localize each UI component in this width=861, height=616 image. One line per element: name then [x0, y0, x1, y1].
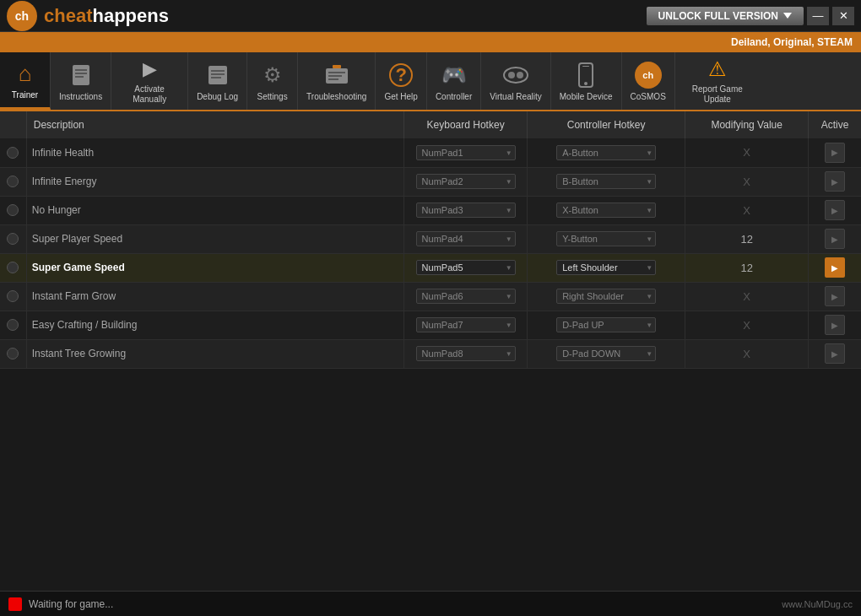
minimize-button[interactable]: — — [807, 7, 829, 25]
nav-help-label: Get Help — [384, 92, 417, 101]
nav-vr-label: Virtual Reality — [490, 92, 542, 101]
nav-trainer[interactable]: ⌂ Trainer — [0, 52, 51, 110]
indicator-circle — [7, 233, 19, 245]
activate-button[interactable] — [825, 343, 845, 364]
row-indicator — [0, 196, 26, 224]
controller-select[interactable]: A-ButtonB-ButtonX-ButtonY-ButtonLeft Sho… — [556, 231, 656, 246]
row-modifying-value: 12 — [685, 224, 809, 253]
row-keyboard-hotkey[interactable]: NumPad1NumPad2NumPad3NumPad4NumPad5NumPa… — [404, 224, 528, 253]
row-controller-hotkey[interactable]: A-ButtonB-ButtonX-ButtonY-ButtonLeft Sho… — [527, 196, 685, 224]
nav-settings[interactable]: ⚙ Settings — [247, 52, 298, 110]
row-controller-hotkey[interactable]: A-ButtonB-ButtonX-ButtonY-ButtonLeft Sho… — [527, 311, 685, 339]
nav-cosmos[interactable]: ch CoSMOS — [622, 52, 675, 110]
controller-select[interactable]: A-ButtonB-ButtonX-ButtonY-ButtonLeft Sho… — [556, 346, 656, 361]
indicator-circle — [7, 290, 19, 302]
userbar: Deiland, Original, STEAM — [0, 32, 861, 52]
row-active-btn[interactable] — [809, 282, 861, 311]
row-active-btn[interactable] — [809, 196, 861, 224]
controller-select[interactable]: A-ButtonB-ButtonX-ButtonY-ButtonLeft Sho… — [556, 260, 656, 275]
svg-rect-2 — [75, 73, 87, 74]
keyboard-select[interactable]: NumPad1NumPad2NumPad3NumPad4NumPad5NumPa… — [416, 145, 516, 160]
row-description: Super Game Speed — [26, 253, 404, 282]
nav-virtual-reality[interactable]: Virtual Reality — [481, 52, 551, 110]
row-description: Instant Farm Grow — [26, 282, 404, 311]
titlebar-controls: UNLOCK FULL VERSION — ✕ — [647, 7, 854, 25]
user-info: Deiland, Original, STEAM — [731, 36, 853, 48]
row-active-btn[interactable] — [809, 167, 861, 196]
row-controller-hotkey[interactable]: A-ButtonB-ButtonX-ButtonY-ButtonLeft Sho… — [527, 253, 685, 282]
controller-icon: 🎮 — [441, 62, 468, 89]
status-indicator-icon — [8, 597, 22, 611]
svg-rect-0 — [73, 65, 89, 85]
svg-rect-3 — [75, 76, 84, 78]
keyboard-select[interactable]: NumPad1NumPad2NumPad3NumPad4NumPad5NumPa… — [416, 260, 516, 275]
table-row: Instant Tree GrowingNumPad1NumPad2NumPad… — [0, 339, 861, 368]
col-description: Description — [26, 111, 404, 138]
row-modifying-value: X — [685, 339, 809, 368]
nav-debug-log[interactable]: Debug Log — [188, 52, 247, 110]
row-active-btn[interactable] — [809, 339, 861, 368]
col-keyboard: Keyboard Hotkey — [404, 111, 528, 138]
keyboard-select[interactable]: NumPad1NumPad2NumPad3NumPad4NumPad5NumPa… — [416, 174, 516, 189]
row-active-btn[interactable] — [809, 253, 861, 282]
keyboard-select[interactable]: NumPad1NumPad2NumPad3NumPad4NumPad5NumPa… — [416, 231, 516, 246]
activate-button[interactable] — [825, 257, 845, 278]
row-controller-hotkey[interactable]: A-ButtonB-ButtonX-ButtonY-ButtonLeft Sho… — [527, 167, 685, 196]
row-controller-hotkey[interactable]: A-ButtonB-ButtonX-ButtonY-ButtonLeft Sho… — [527, 339, 685, 368]
keyboard-select[interactable]: NumPad1NumPad2NumPad3NumPad4NumPad5NumPa… — [416, 289, 516, 304]
row-active-btn[interactable] — [809, 138, 861, 167]
activate-button[interactable] — [825, 171, 845, 192]
nav-instructions-label: Instructions — [59, 92, 102, 101]
modifying-value-text: X — [743, 319, 750, 332]
row-keyboard-hotkey[interactable]: NumPad1NumPad2NumPad3NumPad4NumPad5NumPa… — [404, 196, 528, 224]
row-keyboard-hotkey[interactable]: NumPad1NumPad2NumPad3NumPad4NumPad5NumPa… — [404, 282, 528, 311]
nav-troubleshooting[interactable]: Troubleshooting — [298, 52, 376, 110]
nav-mobile-device[interactable]: Mobile Device — [551, 52, 622, 110]
modifying-value-text: 12 — [740, 233, 752, 246]
keyboard-select[interactable]: NumPad1NumPad2NumPad3NumPad4NumPad5NumPa… — [416, 203, 516, 218]
activate-button[interactable] — [825, 229, 845, 249]
row-keyboard-hotkey[interactable]: NumPad1NumPad2NumPad3NumPad4NumPad5NumPa… — [404, 167, 528, 196]
controller-select[interactable]: A-ButtonB-ButtonX-ButtonY-ButtonLeft Sho… — [556, 289, 656, 304]
nav-activate-manually[interactable]: ▶ Activate Manually — [111, 52, 188, 110]
navbar: ⌂ Trainer Instructions ▶ Activate Manual… — [0, 52, 861, 111]
row-keyboard-hotkey[interactable]: NumPad1NumPad2NumPad3NumPad4NumPad5NumPa… — [404, 253, 528, 282]
activate-button[interactable] — [825, 286, 845, 306]
keyboard-select[interactable]: NumPad1NumPad2NumPad3NumPad4NumPad5NumPa… — [416, 346, 516, 361]
table-row: Instant Farm GrowNumPad1NumPad2NumPad3Nu… — [0, 282, 861, 311]
activate-button[interactable] — [825, 200, 845, 220]
nav-instructions[interactable]: Instructions — [51, 52, 111, 110]
svg-point-13 — [504, 68, 528, 83]
row-active-btn[interactable] — [809, 311, 861, 339]
row-controller-hotkey[interactable]: A-ButtonB-ButtonX-ButtonY-ButtonLeft Sho… — [527, 282, 685, 311]
nav-get-help[interactable]: ? Get Help — [376, 52, 426, 110]
row-controller-hotkey[interactable]: A-ButtonB-ButtonX-ButtonY-ButtonLeft Sho… — [527, 138, 685, 167]
activate-button[interactable] — [825, 315, 845, 335]
watermark: www.NuMDug.cc — [782, 599, 853, 609]
col-controller: Controller Hotkey — [527, 111, 685, 138]
keyboard-select[interactable]: NumPad1NumPad2NumPad3NumPad4NumPad5NumPa… — [416, 317, 516, 332]
controller-select[interactable]: A-ButtonB-ButtonX-ButtonY-ButtonLeft Sho… — [556, 145, 656, 160]
logo-icon: ch — [7, 1, 37, 31]
table-row: Easy Crafting / BuildingNumPad1NumPad2Nu… — [0, 311, 861, 339]
close-button[interactable]: ✕ — [832, 7, 854, 25]
nav-controller[interactable]: 🎮 Controller — [427, 52, 481, 110]
row-keyboard-hotkey[interactable]: NumPad1NumPad2NumPad3NumPad4NumPad5NumPa… — [404, 339, 528, 368]
row-modifying-value: X — [685, 196, 809, 224]
download-icon — [783, 13, 792, 19]
trainer-table: Description Keyboard Hotkey Controller H… — [0, 111, 861, 369]
controller-select[interactable]: A-ButtonB-ButtonX-ButtonY-ButtonLeft Sho… — [556, 174, 656, 189]
activate-button[interactable] — [825, 143, 845, 163]
controller-select[interactable]: A-ButtonB-ButtonX-ButtonY-ButtonLeft Sho… — [556, 203, 656, 218]
status-text: Waiting for game... — [29, 598, 113, 610]
col-active: Active — [809, 111, 861, 138]
unlock-button[interactable]: UNLOCK FULL VERSION — [647, 7, 804, 25]
row-active-btn[interactable] — [809, 224, 861, 253]
controller-select[interactable]: A-ButtonB-ButtonX-ButtonY-ButtonLeft Sho… — [556, 317, 656, 332]
row-description: No Hunger — [26, 196, 404, 224]
row-controller-hotkey[interactable]: A-ButtonB-ButtonX-ButtonY-ButtonLeft Sho… — [527, 224, 685, 253]
row-keyboard-hotkey[interactable]: NumPad1NumPad2NumPad3NumPad4NumPad5NumPa… — [404, 311, 528, 339]
row-indicator — [0, 224, 26, 253]
row-keyboard-hotkey[interactable]: NumPad1NumPad2NumPad3NumPad4NumPad5NumPa… — [404, 138, 528, 167]
nav-report-game-update[interactable]: ⚠ Report Game Update — [675, 52, 760, 110]
